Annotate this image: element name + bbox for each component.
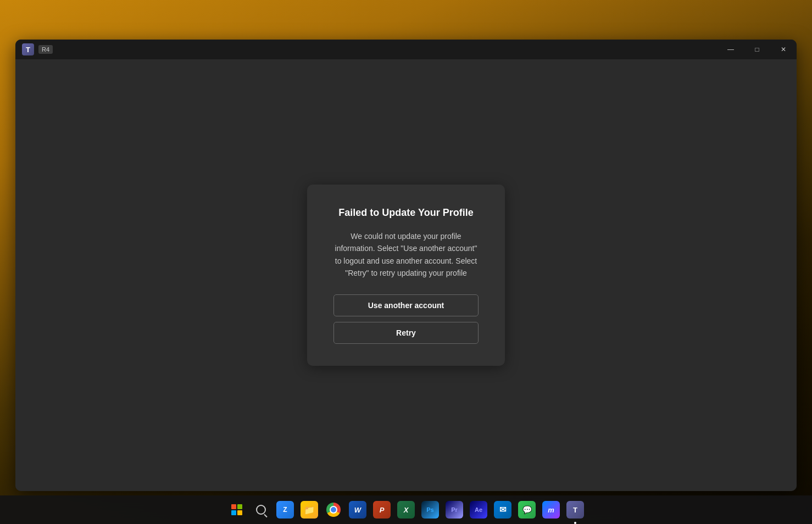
- taskbar-facetime[interactable]: 💬: [516, 499, 538, 521]
- taskbar-zoom[interactable]: Z: [274, 499, 296, 521]
- search-icon: [256, 505, 266, 515]
- minimize-button[interactable]: —: [718, 40, 744, 59]
- photoshop-icon: Ps: [421, 501, 439, 519]
- taskbar-file-explorer[interactable]: 📁: [298, 499, 320, 521]
- close-button[interactable]: ✕: [770, 40, 797, 59]
- title-bar: T R4 — □ ✕: [15, 40, 797, 59]
- taskbar-messenger[interactable]: m: [540, 499, 562, 521]
- taskbar-after-effects[interactable]: Ae: [468, 499, 490, 521]
- error-message: We could not update your profile informa…: [333, 230, 479, 280]
- teams-taskbar-icon: T: [566, 501, 584, 519]
- title-bar-left: T R4: [22, 43, 53, 55]
- premiere-icon: Pr: [446, 501, 463, 519]
- taskbar-excel[interactable]: X: [395, 499, 417, 521]
- taskbar-photoshop[interactable]: Ps: [419, 499, 441, 521]
- taskbar-chrome[interactable]: [322, 499, 344, 521]
- excel-icon: X: [397, 501, 415, 519]
- error-dialog: Failed to Update Your Profile We could n…: [307, 185, 505, 366]
- r4-badge: R4: [38, 45, 53, 54]
- active-indicator: [574, 522, 576, 524]
- word-icon: W: [349, 501, 366, 519]
- windows-logo-icon: [231, 504, 242, 515]
- zoom-icon: Z: [276, 501, 294, 519]
- messenger-icon: m: [542, 501, 560, 519]
- taskbar-premiere[interactable]: Pr: [443, 499, 465, 521]
- mail-icon: ✉: [494, 501, 511, 519]
- taskbar-powerpoint[interactable]: P: [371, 499, 393, 521]
- folder-icon: 📁: [301, 501, 318, 519]
- chrome-icon: [326, 503, 341, 517]
- taskbar-word[interactable]: W: [347, 499, 369, 521]
- after-effects-icon: Ae: [470, 501, 487, 519]
- taskbar-teams[interactable]: T: [564, 499, 586, 521]
- title-bar-controls: — □ ✕: [718, 40, 797, 59]
- start-button[interactable]: [226, 499, 248, 521]
- taskbar-mail[interactable]: ✉: [492, 499, 514, 521]
- taskbar: Z 📁 W P X Ps Pr Ae ✉ 💬 m T: [0, 495, 812, 524]
- error-title: Failed to Update Your Profile: [333, 207, 479, 219]
- maximize-button[interactable]: □: [744, 40, 770, 59]
- use-another-account-button[interactable]: Use another account: [333, 294, 479, 316]
- facetime-icon: 💬: [518, 501, 536, 519]
- teams-logo-icon: T: [22, 43, 34, 55]
- search-button[interactable]: [250, 499, 272, 521]
- teams-window: T R4 — □ ✕ Failed to Update Your Profile…: [15, 40, 797, 491]
- window-content: Failed to Update Your Profile We could n…: [15, 59, 797, 491]
- powerpoint-icon: P: [373, 501, 391, 519]
- retry-button[interactable]: Retry: [333, 322, 479, 344]
